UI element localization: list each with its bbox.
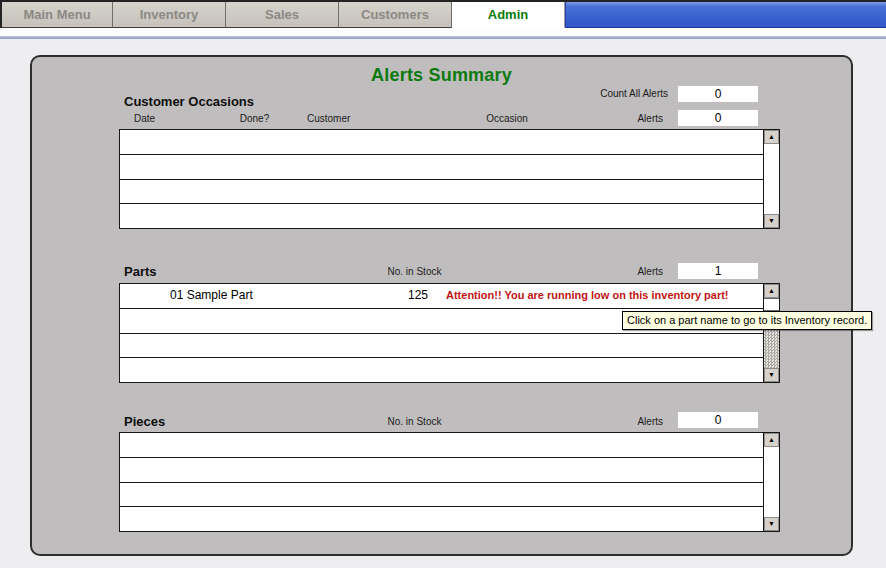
list-item (120, 333, 763, 358)
occasions-scrollbar[interactable]: ▲ ▼ (763, 130, 779, 228)
header-blue-bar (565, 2, 886, 28)
tab-bar: Main Menu Inventory Sales Customers Admi… (0, 0, 886, 28)
occasions-list: ▲ ▼ (119, 129, 780, 229)
scroll-down-icon[interactable]: ▼ (764, 368, 779, 382)
count-all-alerts-label: Count All Alerts (478, 88, 668, 99)
pieces-list: ▲ ▼ (119, 432, 780, 532)
occasions-alerts-label: Alerts (563, 113, 663, 124)
list-item (120, 457, 763, 482)
customer-occasions-heading: Customer Occasions (124, 94, 254, 109)
parts-row-sample: 01 Sample Part 125 Attention!! You are r… (120, 284, 763, 308)
part-stock-value: 125 (360, 288, 428, 302)
admin-screen: Main Menu Inventory Sales Customers Admi… (0, 0, 886, 568)
scroll-down-icon[interactable]: ▼ (764, 214, 779, 228)
tab-inventory[interactable]: Inventory (113, 2, 226, 28)
scroll-up-icon[interactable]: ▲ (764, 284, 779, 298)
part-name-link[interactable]: 01 Sample Part (170, 288, 253, 302)
pieces-stock-column-header: No. in Stock (362, 416, 467, 427)
list-item (120, 506, 763, 531)
pieces-alerts-field: 0 (678, 412, 758, 428)
pieces-rows (120, 433, 763, 531)
part-alert-message: Attention!! You are running low on this … (446, 289, 729, 301)
header-divider-line (0, 36, 886, 39)
column-header-done: Done? (207, 113, 302, 124)
parts-heading: Parts (124, 264, 157, 279)
scroll-up-icon[interactable]: ▲ (764, 130, 779, 144)
tab-main-menu[interactable]: Main Menu (0, 2, 113, 28)
pieces-scrollbar[interactable]: ▲ ▼ (763, 433, 779, 531)
occasions-scroll-track[interactable] (764, 144, 779, 214)
list-item (120, 357, 763, 382)
alerts-summary-panel: Alerts Summary Count All Alerts 0 Custom… (30, 55, 853, 556)
pieces-scroll-track[interactable] (764, 447, 779, 517)
column-header-customer: Customer (307, 113, 350, 124)
list-item (120, 203, 763, 228)
tab-customers[interactable]: Customers (339, 2, 452, 28)
parts-rows: 01 Sample Part 125 Attention!! You are r… (120, 284, 763, 382)
scroll-up-icon[interactable]: ▲ (764, 433, 779, 447)
tab-sales[interactable]: Sales (226, 2, 339, 28)
tab-bar-white-strip (0, 28, 886, 36)
parts-scrollbar[interactable]: ▲ ▼ (763, 284, 779, 382)
list-item (120, 433, 763, 457)
list-item (120, 130, 763, 154)
scroll-down-icon[interactable]: ▼ (764, 517, 779, 531)
list-item (120, 154, 763, 179)
occasions-alerts-field: 0 (678, 110, 758, 126)
page-title: Alerts Summary (32, 65, 851, 86)
parts-alerts-label: Alerts (563, 266, 663, 277)
pieces-alerts-label: Alerts (563, 416, 663, 427)
tab-admin[interactable]: Admin (452, 2, 565, 28)
parts-list: 01 Sample Part 125 Attention!! You are r… (119, 283, 780, 383)
occasions-rows (120, 130, 763, 228)
list-item (120, 482, 763, 507)
list-item (120, 179, 763, 204)
tooltip: Click on a part name to go to its Invent… (622, 311, 872, 330)
parts-scroll-thumb[interactable] (764, 298, 779, 311)
parts-stock-column-header: No. in Stock (362, 266, 467, 277)
column-header-date: Date (97, 113, 192, 124)
count-all-alerts-field: 0 (678, 86, 758, 102)
parts-alerts-field: 1 (678, 263, 758, 279)
column-header-occasion: Occasion (457, 113, 557, 124)
pieces-heading: Pieces (124, 414, 165, 429)
